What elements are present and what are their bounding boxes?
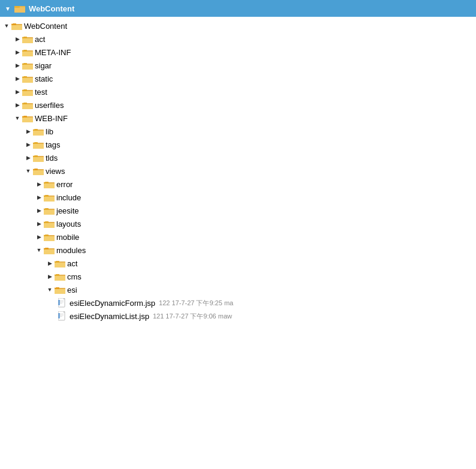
tree-item-webcontent[interactable]: ▼ WebContent [0, 19, 476, 32]
svg-rect-7 [11, 24, 22, 25]
chevron-sigar: ▶ [13, 62, 22, 68]
tree-item-tlds[interactable]: ▶ tlds [0, 151, 476, 164]
header-title: WebContent [29, 4, 74, 13]
folder-icon-meta-inf [22, 47, 34, 57]
tree-item-modules-esi[interactable]: ▼ esi [0, 283, 476, 296]
chevron-include: ▶ [35, 194, 43, 200]
tree-item-modules-act[interactable]: ▶ act [0, 257, 476, 270]
svg-rect-19 [22, 64, 33, 64]
chevron-meta-inf: ▶ [13, 49, 22, 55]
folder-icon-jeesite [43, 206, 55, 215]
svg-rect-55 [44, 182, 55, 183]
chevron-static: ▶ [13, 76, 22, 82]
svg-rect-3 [14, 6, 20, 8]
label-include: include [56, 193, 81, 202]
folder-icon-tlds [32, 153, 44, 163]
svg-rect-47 [33, 156, 44, 157]
chevron-error: ▶ [35, 181, 43, 187]
chevron-tags: ▶ [24, 142, 32, 148]
svg-rect-75 [44, 248, 55, 249]
folder-icon-include [43, 193, 55, 202]
tree-item-test[interactable]: ▶ test [0, 85, 476, 98]
folder-icon-webcontent [11, 21, 23, 31]
tree-item-modules[interactable]: ▼ modules [0, 243, 476, 257]
svg-rect-97 [58, 313, 60, 318]
tree-item-mobile[interactable]: ▶ mobile [0, 230, 476, 243]
label-web-inf: WEB-INF [35, 114, 68, 123]
label-error: error [56, 180, 73, 189]
header-chevron-down: ▼ [5, 5, 11, 12]
tree-item-include[interactable]: ▶ include [0, 191, 476, 204]
label-modules: modules [56, 246, 86, 255]
folder-icon-act [22, 34, 34, 44]
label-tags: tags [46, 140, 61, 149]
chevron-layouts: ▶ [35, 221, 43, 227]
tree-body: ▼ WebContent▶ act▶ META-INF▶ [0, 17, 476, 325]
label-lib: lib [46, 127, 53, 136]
svg-rect-92 [58, 300, 60, 305]
header-folder-icon [14, 4, 25, 13]
tree-item-tags[interactable]: ▶ tags [0, 138, 476, 151]
tree-item-views[interactable]: ▼ views [0, 164, 476, 178]
tree-item-meta-inf[interactable]: ▶ META-INF [0, 46, 476, 59]
folder-icon-modules-esi [54, 285, 66, 294]
chevron-modules-cms: ▶ [46, 273, 54, 279]
svg-rect-67 [44, 222, 55, 223]
label-act: act [35, 35, 45, 44]
svg-rect-15 [22, 50, 33, 51]
label-userfiles: userfiles [35, 101, 64, 110]
folder-icon-mobile [43, 232, 55, 242]
tree-item-layouts[interactable]: ▶ layouts [0, 217, 476, 230]
tree-item-static[interactable]: ▶ static [0, 72, 476, 85]
chevron-tlds: ▶ [24, 155, 32, 161]
tree-item-modules-cms[interactable]: ▶ cms [0, 270, 476, 283]
svg-rect-94 [59, 314, 64, 314]
chevron-test: ▶ [13, 89, 22, 95]
tree-item-esiElecDynamicList[interactable]: esiElecDynamicList.jsp121 17-7-27 下午9:06… [0, 309, 476, 323]
svg-rect-89 [59, 300, 64, 301]
tree-item-lib[interactable]: ▶ lib [0, 125, 476, 138]
chevron-webcontent: ▼ [2, 23, 11, 29]
chevron-mobile: ▶ [35, 234, 43, 240]
tree-item-esiElecDynamicForm[interactable]: esiElecDynamicForm.jsp122 17-7-27 下午9:25… [0, 296, 476, 309]
svg-rect-95 [59, 315, 64, 315]
folder-icon-modules-act [54, 258, 66, 268]
folder-icon-modules-cms [54, 272, 66, 281]
svg-rect-11 [22, 37, 33, 38]
label-modules-esi: esi [67, 285, 77, 294]
chevron-views: ▼ [24, 168, 32, 174]
tree-item-sigar[interactable]: ▶ sigar [0, 59, 476, 72]
label-tlds: tlds [46, 154, 58, 163]
folder-icon-sigar [22, 61, 34, 70]
label-modules-act: act [67, 259, 77, 268]
folder-icon-views [32, 166, 44, 176]
svg-rect-87 [55, 288, 65, 288]
tree-item-act[interactable]: ▶ act [0, 32, 476, 46]
tree-item-jeesite[interactable]: ▶ jeesite [0, 204, 476, 217]
label-layouts: layouts [56, 220, 81, 229]
tree-item-error[interactable]: ▶ error [0, 178, 476, 191]
folder-icon-layouts [43, 219, 55, 229]
folder-icon-userfiles [22, 100, 34, 110]
svg-rect-31 [22, 103, 33, 104]
label-modules-cms: cms [67, 272, 82, 281]
chevron-jeesite: ▶ [35, 208, 43, 214]
svg-rect-2 [14, 7, 25, 13]
chevron-lib: ▶ [24, 128, 32, 134]
label-views: views [46, 167, 65, 176]
svg-rect-59 [44, 196, 55, 196]
svg-rect-71 [44, 235, 55, 236]
label-esiElecDynamicList: esiElecDynamicList.jsp [70, 312, 149, 321]
folder-icon-modules [43, 245, 55, 255]
folder-icon-static [22, 74, 34, 83]
tree-item-userfiles[interactable]: ▶ userfiles [0, 98, 476, 112]
svg-rect-43 [33, 143, 44, 143]
folder-icon-error [43, 179, 55, 189]
label-jeesite: jeesite [56, 206, 79, 215]
label-mobile: mobile [56, 233, 79, 242]
tree-item-web-inf[interactable]: ▼ WEB-INF [0, 112, 476, 125]
file-icon-esiElecDynamicList [56, 311, 68, 321]
label-test: test [35, 88, 47, 97]
svg-rect-35 [22, 116, 33, 117]
folder-icon-test [22, 87, 34, 97]
